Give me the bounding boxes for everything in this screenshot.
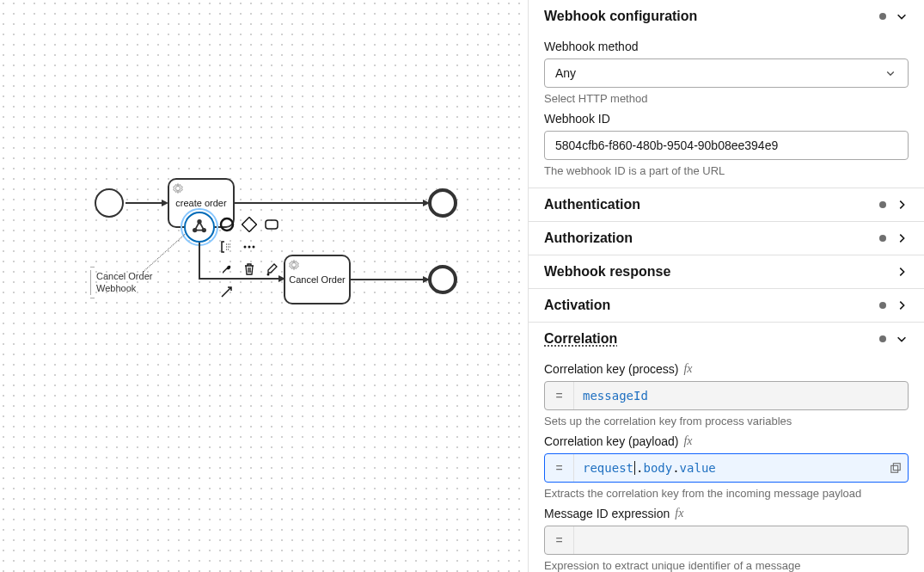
chevron-right-icon <box>895 231 909 245</box>
chevron-down-icon <box>895 9 909 23</box>
field-label: Webhook ID <box>544 112 909 126</box>
section-title: Activation <box>544 298 879 313</box>
sequence-flow[interactable] <box>351 279 425 280</box>
section-webhook-response: Webhook response <box>529 255 924 289</box>
section-title: Authorization <box>544 231 879 246</box>
fx-icon: fx <box>683 362 692 376</box>
chevron-down-icon <box>895 332 909 346</box>
section-title: Correlation <box>544 331 879 347</box>
task-label: create order <box>175 198 226 208</box>
equals-icon: = <box>545 454 574 482</box>
chevron-right-icon <box>895 298 909 312</box>
webhook-method-select[interactable]: Any <box>544 58 909 88</box>
popout-icon[interactable] <box>884 454 908 482</box>
overflow-icon[interactable] <box>240 237 259 256</box>
properties-panel[interactable]: Webhook configuration Webhook method Any… <box>528 0 924 572</box>
field-label: Correlation key (process) fx <box>544 362 909 376</box>
chevron-right-icon <box>895 265 909 279</box>
wrench-icon[interactable] <box>217 260 236 279</box>
svg-rect-14 <box>893 464 900 471</box>
section-title: Webhook response <box>544 264 895 280</box>
svg-point-3 <box>221 218 233 231</box>
trash-icon[interactable] <box>240 260 259 279</box>
gear-icon <box>172 182 184 194</box>
bpmn-canvas[interactable]: create order Cancel Order Webhook Cancel… <box>0 0 528 572</box>
section-authorization: Authorization <box>529 222 924 255</box>
correlation-key-process-field[interactable]: = messageId <box>544 381 909 410</box>
sequence-flow[interactable] <box>199 243 200 279</box>
correlation-key-payload-field[interactable]: = request.body.value <box>544 453 909 483</box>
section-authentication: Authentication <box>529 188 924 222</box>
indicator-dot-icon <box>879 302 886 309</box>
equals-icon: = <box>545 382 574 409</box>
chevron-right-icon <box>895 198 909 212</box>
end-event[interactable] <box>428 265 457 294</box>
connect-icon[interactable] <box>217 282 236 301</box>
append-task-icon[interactable] <box>262 215 281 234</box>
sequence-flow[interactable] <box>125 202 166 204</box>
color-picker-icon[interactable] <box>262 260 281 279</box>
sequence-flow[interactable] <box>235 202 425 204</box>
webhook-id-field[interactable]: 5804cfb6-f860-480b-9504-90b08ee394e9 <box>544 131 909 160</box>
end-event[interactable] <box>428 188 457 218</box>
indicator-dot-icon <box>879 335 886 342</box>
section-activation: Activation <box>529 289 924 323</box>
section-header[interactable]: Authentication <box>529 188 924 221</box>
message-id-expression-field[interactable]: = <box>544 526 909 555</box>
field-label: Correlation key (payload) fx <box>544 434 909 448</box>
svg-point-10 <box>248 246 251 249</box>
indicator-dot-icon <box>879 235 886 242</box>
equals-icon: = <box>545 526 574 554</box>
field-label: Message ID expression fx <box>544 507 909 520</box>
svg-point-2 <box>197 219 201 224</box>
start-event[interactable] <box>95 188 124 218</box>
context-pad <box>217 215 303 301</box>
boundary-event-label[interactable]: Cancel Order Webhook <box>90 270 152 295</box>
fx-icon: fx <box>675 507 683 520</box>
svg-point-9 <box>244 246 247 249</box>
help-text: Expression to extract unique identifier … <box>544 559 909 572</box>
boundary-event[interactable] <box>184 212 215 243</box>
svg-point-1 <box>202 228 206 232</box>
svg-rect-5 <box>266 220 278 229</box>
section-title: Webhook configuration <box>544 9 879 24</box>
field-label: Webhook method <box>544 40 909 53</box>
section-header[interactable]: Correlation <box>529 323 924 355</box>
svg-point-12 <box>267 274 270 276</box>
section-title: Authentication <box>544 197 879 212</box>
annotation-icon[interactable] <box>217 237 236 256</box>
section-header[interactable]: Activation <box>529 289 924 322</box>
indicator-dot-icon <box>879 13 886 20</box>
section-header[interactable]: Webhook response <box>529 255 924 288</box>
help-text: Select HTTP method <box>544 92 909 105</box>
section-header[interactable]: Webhook configuration <box>529 0 924 33</box>
svg-rect-13 <box>891 465 898 472</box>
append-gateway-icon[interactable] <box>240 215 259 234</box>
section-webhook-configuration: Webhook configuration Webhook method Any… <box>529 0 924 188</box>
indicator-dot-icon <box>879 201 886 208</box>
append-end-event-icon[interactable] <box>217 215 236 234</box>
association-line <box>143 234 186 273</box>
section-correlation: Correlation Correlation key (process) fx… <box>529 323 924 572</box>
help-text: Extracts the correlation key from the in… <box>544 487 909 500</box>
help-text: The webhook ID is a part of the URL <box>544 164 909 177</box>
section-header[interactable]: Authorization <box>529 222 924 255</box>
svg-point-11 <box>253 246 255 249</box>
fx-icon: fx <box>683 434 692 448</box>
chevron-down-icon <box>884 66 897 80</box>
help-text: Sets up the correlation key from process… <box>544 415 909 427</box>
svg-rect-4 <box>242 218 257 232</box>
svg-point-0 <box>193 228 197 232</box>
webhook-icon <box>186 213 213 241</box>
